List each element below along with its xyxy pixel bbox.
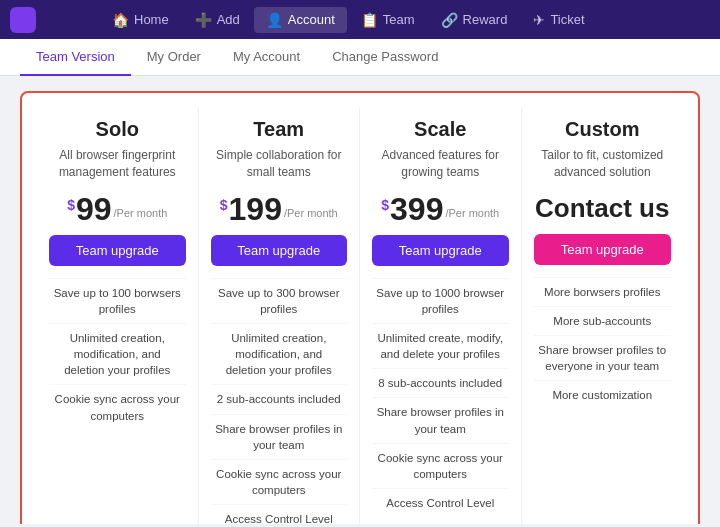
plan-desc: Tailor to fit, customized advanced solut…: [534, 147, 672, 183]
plan-desc: Advanced features for growing teams: [372, 147, 509, 183]
nav-item-account[interactable]: 👤Account: [254, 7, 347, 33]
price-row: $ 199 /Per month: [220, 193, 338, 225]
titlebar: 🏠Home➕Add👤Account📋Team🔗Reward✈Ticket: [0, 0, 720, 39]
price-amount: 99: [76, 193, 112, 225]
upgrade-button[interactable]: Team upgrade: [372, 235, 509, 266]
nav-item-team[interactable]: 📋Team: [349, 7, 427, 33]
feature-item: Unlimited creation, modification, and de…: [211, 323, 348, 384]
feature-item: Save up to 100 borwsers profiles: [49, 278, 186, 323]
tab-change-password[interactable]: Change Password: [316, 39, 454, 76]
price-period: /Per month: [284, 207, 338, 219]
price-row: $ 99 /Per month: [67, 193, 167, 225]
price-symbol: $: [381, 197, 389, 213]
feature-item: Cookie sync across your computers: [211, 459, 348, 504]
plan-name: Scale: [414, 118, 466, 141]
feature-list: Save up to 1000 browser profilesUnlimite…: [372, 278, 509, 517]
upgrade-button[interactable]: Team upgrade: [534, 234, 672, 265]
nav-item-reward[interactable]: 🔗Reward: [429, 7, 520, 33]
team-icon: 📋: [361, 12, 378, 28]
nav-item-add[interactable]: ➕Add: [183, 7, 252, 33]
feature-item: Share browser profiles in your team: [372, 397, 509, 442]
price-period: /Per month: [445, 207, 499, 219]
feature-list: More borwsers profilesMore sub-accountsS…: [534, 277, 672, 409]
plan-solo: Solo All browser fingerprint management …: [37, 108, 199, 524]
feature-item: Unlimited create, modify, and delete you…: [372, 323, 509, 368]
feature-list: Save up to 100 borwsers profilesUnlimite…: [49, 278, 186, 430]
plan-desc: All browser fingerprint management featu…: [49, 147, 186, 183]
feature-list: Save up to 300 browser profilesUnlimited…: [211, 278, 348, 524]
account-icon: 👤: [266, 12, 283, 28]
nav-item-home[interactable]: 🏠Home: [100, 7, 181, 33]
plan-scale: Scale Advanced features for growing team…: [360, 108, 522, 524]
reward-icon: 🔗: [441, 12, 458, 28]
price-amount: 199: [229, 193, 282, 225]
price-row: $ 399 /Per month: [381, 193, 499, 225]
minimize-button[interactable]: [633, 10, 661, 30]
price-amount: 399: [390, 193, 443, 225]
feature-item: Save up to 1000 browser profiles: [372, 278, 509, 323]
plan-desc: Simple collaboration for small teams: [211, 147, 348, 183]
feature-item: More customization: [534, 380, 672, 409]
plan-custom: Custom Tailor to fit, customized advance…: [522, 108, 684, 524]
plan-name: Solo: [96, 118, 139, 141]
plans-container: Solo All browser fingerprint management …: [20, 91, 700, 524]
feature-item: Share browser profiles in your team: [211, 414, 348, 459]
feature-item: Save up to 300 browser profiles: [211, 278, 348, 323]
nav-bar: 🏠Home➕Add👤Account📋Team🔗Reward✈Ticket: [100, 7, 597, 33]
window-controls: [597, 10, 720, 30]
feature-item: Share browser profiles to everyone in yo…: [534, 335, 672, 380]
home-icon: 🏠: [112, 12, 129, 28]
tab-my-account[interactable]: My Account: [217, 39, 316, 76]
plan-team: Team Simple collaboration for small team…: [199, 108, 361, 524]
feature-item: Cookie sync across your computers: [49, 384, 186, 429]
feature-item: 2 sub-accounts included: [211, 384, 348, 413]
nav-item-ticket[interactable]: ✈Ticket: [521, 7, 596, 33]
plan-name: Team: [253, 118, 304, 141]
tab-my-order[interactable]: My Order: [131, 39, 217, 76]
contact-us-label: Contact us: [535, 193, 669, 224]
logo-icon: [10, 7, 36, 33]
tab-team-version[interactable]: Team Version: [20, 39, 131, 76]
ticket-icon: ✈: [533, 12, 545, 28]
add-icon: ➕: [195, 12, 212, 28]
feature-item: More sub-accounts: [534, 306, 672, 335]
upgrade-button[interactable]: Team upgrade: [49, 235, 186, 266]
maximize-button[interactable]: [669, 10, 697, 30]
price-symbol: $: [67, 197, 75, 213]
feature-item: 8 sub-accounts included: [372, 368, 509, 397]
feature-item: Cookie sync across your computers: [372, 443, 509, 488]
tabs-bar: Team VersionMy OrderMy AccountChange Pas…: [0, 39, 720, 76]
feature-item: Access Control Level: [211, 504, 348, 524]
main-content: Solo All browser fingerprint management …: [0, 76, 720, 524]
close-button[interactable]: [705, 10, 720, 30]
upgrade-button[interactable]: Team upgrade: [211, 235, 348, 266]
app-logo: [10, 7, 100, 33]
price-period: /Per month: [114, 207, 168, 219]
feature-item: More borwsers profiles: [534, 277, 672, 306]
feature-item: Access Control Level: [372, 488, 509, 517]
plan-name: Custom: [565, 118, 639, 141]
menu-button[interactable]: [597, 10, 625, 30]
price-symbol: $: [220, 197, 228, 213]
feature-item: Unlimited creation, modification, and de…: [49, 323, 186, 384]
